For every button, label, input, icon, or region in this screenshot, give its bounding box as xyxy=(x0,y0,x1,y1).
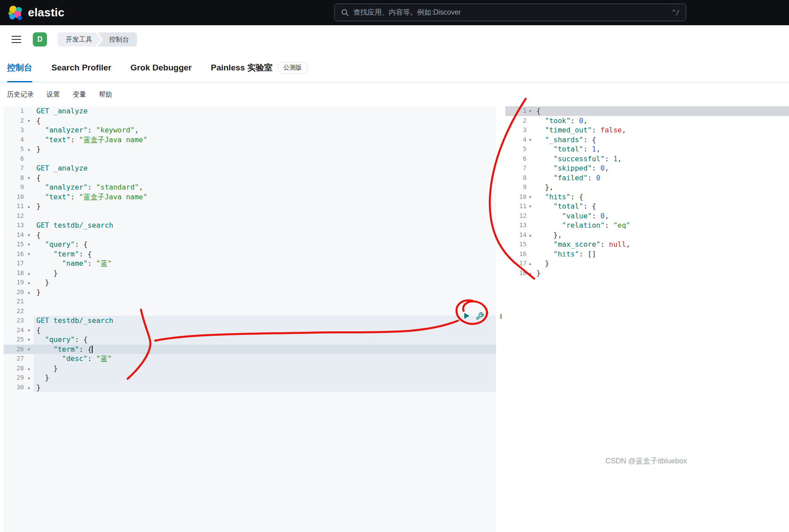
code-content[interactable]: } xyxy=(34,373,496,383)
code-content[interactable]: GET testdb/_search xyxy=(34,221,496,230)
history-button[interactable]: 历史记录 xyxy=(7,90,34,99)
code-line[interactable]: 3 "timed_out": false, xyxy=(505,125,789,135)
run-request-button[interactable] xyxy=(462,311,472,321)
fold-open-icon[interactable]: ▾ xyxy=(24,240,34,249)
code-line[interactable]: 7 "skipped": 0, xyxy=(505,163,789,173)
code-line[interactable]: 8 "failed": 0 xyxy=(505,173,789,183)
fold-close-icon[interactable]: ▴ xyxy=(24,373,34,383)
code-line[interactable]: 2 "took": 0, xyxy=(505,116,789,126)
code-line[interactable]: 15 "max_score": null, xyxy=(505,240,789,249)
code-line[interactable]: 10 "text": "蓝盒子Java name" xyxy=(4,192,496,202)
code-content[interactable]: } xyxy=(34,278,496,287)
code-content[interactable]: "took": 0, xyxy=(534,116,789,126)
fold-close-icon[interactable]: ▴ xyxy=(24,287,34,297)
code-content[interactable]: "text": "蓝盒子Java name" xyxy=(34,192,496,202)
code-content[interactable]: "timed_out": false, xyxy=(534,125,789,135)
code-content[interactable]: "analyzer": "keyword", xyxy=(34,125,496,135)
code-content[interactable]: { xyxy=(534,106,789,116)
code-line[interactable]: 9 "analyzer": "standard", xyxy=(4,183,496,192)
code-content[interactable]: "text": "蓝盒子Java name" xyxy=(34,135,496,145)
space-avatar[interactable]: D xyxy=(33,32,47,47)
fold-close-icon[interactable]: ▴ xyxy=(24,268,34,278)
code-content[interactable]: } xyxy=(34,383,496,392)
request-options-button[interactable] xyxy=(475,311,484,321)
fold-close-icon[interactable]: ▴ xyxy=(527,259,534,268)
code-line[interactable]: 26▾ "term": { xyxy=(4,345,496,354)
code-content[interactable]: "total": 1, xyxy=(534,144,789,154)
code-content[interactable]: "total": { xyxy=(534,202,789,211)
code-line[interactable]: 12 "value": 0, xyxy=(505,211,789,221)
code-content[interactable]: "name": "蓝" xyxy=(34,259,496,268)
response-editor[interactable]: 1▾{2 "took": 0,3 "timed_out": false,4▾ "… xyxy=(505,106,789,532)
code-line[interactable]: 22 xyxy=(4,307,496,316)
code-content[interactable]: "_shards": { xyxy=(534,135,789,145)
fold-close-icon[interactable]: ▴ xyxy=(24,364,34,373)
menu-hamburger-icon[interactable] xyxy=(12,36,21,43)
code-line[interactable]: 7GET _analyze xyxy=(4,163,496,173)
code-content[interactable]: GET testdb/_search xyxy=(34,316,496,326)
code-content[interactable]: "term": { xyxy=(34,249,496,259)
code-content[interactable]: } xyxy=(34,144,496,154)
code-line[interactable]: 17 "name": "蓝" xyxy=(4,259,496,268)
code-line[interactable]: 23GET testdb/_search xyxy=(4,316,496,326)
code-content[interactable]: { xyxy=(34,230,496,240)
code-line[interactable]: 29▴ } xyxy=(4,373,496,383)
code-content[interactable] xyxy=(34,297,496,307)
code-line[interactable]: 30▴} xyxy=(4,383,496,392)
code-content[interactable]: "desc": "蓝" xyxy=(34,354,496,364)
code-line[interactable]: 4▾ "_shards": { xyxy=(505,135,789,145)
fold-close-icon[interactable]: ▴ xyxy=(24,278,34,287)
code-line[interactable]: 20▴} xyxy=(4,287,496,297)
help-button[interactable]: 帮助 xyxy=(99,90,112,99)
code-content[interactable]: } xyxy=(534,259,789,268)
variables-button[interactable]: 变量 xyxy=(73,90,86,99)
code-line[interactable]: 14▴ }, xyxy=(505,230,789,240)
code-line[interactable]: 6 "successful": 1, xyxy=(505,154,789,164)
code-content[interactable]: GET _analyze xyxy=(34,163,496,173)
code-content[interactable]: } xyxy=(534,268,789,278)
code-content[interactable] xyxy=(34,307,496,316)
code-line[interactable]: 18▴} xyxy=(505,268,789,278)
code-line[interactable]: 5▴} xyxy=(4,144,496,154)
code-line[interactable]: 12 xyxy=(4,211,496,221)
fold-open-icon[interactable]: ▾ xyxy=(24,345,34,354)
fold-open-icon[interactable]: ▾ xyxy=(527,202,534,211)
code-content[interactable]: }, xyxy=(534,183,789,192)
code-line[interactable]: 19▴ } xyxy=(4,278,496,287)
tab-console[interactable]: 控制台 xyxy=(7,54,32,82)
breadcrumb-dev-tools[interactable]: 开发工具 xyxy=(58,32,101,47)
fold-open-icon[interactable]: ▾ xyxy=(24,335,34,345)
code-content[interactable]: "max_score": null, xyxy=(534,240,789,249)
code-content[interactable]: "skipped": 0, xyxy=(534,163,789,173)
code-content[interactable]: } xyxy=(34,268,496,278)
code-content[interactable]: }, xyxy=(534,230,789,240)
code-line[interactable]: 1▾{ xyxy=(505,106,789,116)
code-line[interactable]: 28▴ } xyxy=(4,364,496,373)
code-line[interactable]: 16 "hits": [] xyxy=(505,249,789,259)
tab-grok-debugger[interactable]: Grok Debugger xyxy=(130,54,191,82)
tab-search-profiler[interactable]: Search Profiler xyxy=(51,54,111,82)
code-content[interactable]: "successful": 1, xyxy=(534,154,789,164)
request-editor[interactable]: 1GET _analyze2▾{3 "analyzer": "keyword",… xyxy=(4,106,496,532)
fold-open-icon[interactable]: ▾ xyxy=(24,116,34,126)
code-content[interactable]: { xyxy=(34,116,496,126)
code-content[interactable] xyxy=(34,211,496,221)
code-content[interactable]: } xyxy=(34,202,496,211)
code-content[interactable]: "analyzer": "standard", xyxy=(34,183,496,192)
code-content[interactable]: { xyxy=(34,173,496,183)
code-content[interactable]: "query": { xyxy=(34,335,496,345)
code-line[interactable]: 11▾ "total": { xyxy=(505,202,789,211)
panel-resizer[interactable]: ‖ xyxy=(496,313,505,320)
breadcrumb-console[interactable]: 控制台 xyxy=(98,32,137,47)
code-line[interactable]: 4 "text": "蓝盒子Java name" xyxy=(4,135,496,145)
code-content[interactable] xyxy=(34,154,496,164)
code-line[interactable]: 13GET testdb/_search xyxy=(4,221,496,230)
code-content[interactable]: } xyxy=(34,364,496,373)
settings-button[interactable]: 设置 xyxy=(47,90,60,99)
code-line[interactable]: 16▾ "term": { xyxy=(4,249,496,259)
code-line[interactable]: 27 "desc": "蓝" xyxy=(4,354,496,364)
code-content[interactable]: "value": 0, xyxy=(534,211,789,221)
code-line[interactable]: 2▾{ xyxy=(4,116,496,126)
code-line[interactable]: 8▾{ xyxy=(4,173,496,183)
code-line[interactable]: 6 xyxy=(4,154,496,164)
